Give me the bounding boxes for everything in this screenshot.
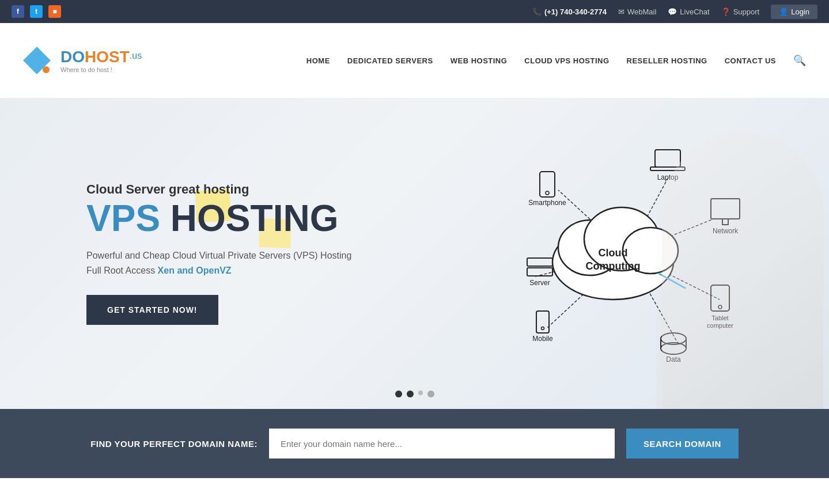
person-silhouette <box>662 132 823 409</box>
logo-do: DO <box>60 48 85 66</box>
facebook-icon[interactable]: f <box>12 5 24 18</box>
domain-input[interactable] <box>269 429 615 458</box>
hero-person <box>656 98 829 409</box>
phone-icon: 📞 <box>532 7 542 16</box>
chat-icon: 💬 <box>668 7 677 16</box>
search-icon[interactable]: 🔍 <box>793 54 806 67</box>
hero-section: Cloud Server great hosting VPS HOSTING P… <box>0 98 829 409</box>
phone-number: (+1) 740-340-2774 <box>544 7 607 16</box>
nav-cloudvps[interactable]: CLOUD VPS HOSTING <box>524 54 609 68</box>
search-domain-button[interactable]: SEARCH DOMAIN <box>626 429 739 458</box>
domain-label: FIND YOUR PERFECT DOMAIN NAME: <box>90 439 258 449</box>
svg-text:Server: Server <box>529 279 550 287</box>
svg-text:Smartphone: Smartphone <box>528 199 566 207</box>
hero-title: VPS HOSTING <box>86 200 351 237</box>
hero-desc-link[interactable]: Xen and OpenVZ <box>158 266 232 275</box>
logo-host: HOST <box>85 48 130 66</box>
logo-text-wrapper: DOHOST.us Where to do host ! <box>60 48 142 73</box>
hero-description: Powerful and Cheap Cloud Virtual Private… <box>86 248 351 278</box>
slide-dot-2[interactable] <box>407 391 414 397</box>
top-bar-right: 📞 (+1) 740-340-2774 ✉ WebMail 💬 LiveChat… <box>532 5 817 19</box>
svg-text:Mobile: Mobile <box>532 335 553 343</box>
svg-point-24 <box>546 191 549 195</box>
support-icon: ❓ <box>721 7 730 16</box>
slide-dot-3[interactable] <box>418 391 423 395</box>
header: DOHOST.us Where to do host ! HOME DEDICA… <box>0 23 829 98</box>
hero-vps: VPS <box>86 198 160 239</box>
nav-reseller[interactable]: RESELLER HOSTING <box>627 54 707 68</box>
webmail-icon: ✉ <box>618 7 624 16</box>
hero-desc-line2: Full Root Access <box>86 266 158 275</box>
get-started-button[interactable]: GET STARTED NOW! <box>86 295 218 325</box>
user-icon: 👤 <box>779 7 788 16</box>
svg-rect-27 <box>527 268 552 276</box>
svg-text:Computing: Computing <box>586 260 641 272</box>
nav-dedicated[interactable]: DEDICATED SERVERS <box>347 54 433 68</box>
hero-desc-line1: Powerful and Cheap Cloud Virtual Private… <box>86 251 351 260</box>
domain-section: FIND YOUR PERFECT DOMAIN NAME: SEARCH DO… <box>0 409 829 478</box>
twitter-icon[interactable]: t <box>30 5 43 18</box>
livechat-link[interactable]: 💬 LiveChat <box>668 7 709 16</box>
phone-link[interactable]: 📞 (+1) 740-340-2774 <box>532 7 607 16</box>
logo-tagline: Where to do host ! <box>60 66 112 73</box>
svg-text:Cloud: Cloud <box>599 247 628 259</box>
logo-icon <box>23 47 51 74</box>
hero-hosting: HOSTING <box>160 198 338 239</box>
svg-rect-26 <box>527 258 552 266</box>
main-nav: HOME DEDICATED SERVERS WEB HOSTING CLOUD… <box>150 54 806 68</box>
logo[interactable]: DOHOST.us Where to do host ! <box>23 47 150 74</box>
diamond-dot <box>43 66 50 73</box>
svg-point-30 <box>542 327 544 330</box>
nav-home[interactable]: HOME <box>306 54 330 68</box>
rss-icon[interactable]: ■ <box>48 5 61 18</box>
logo-name: DOHOST.us <box>60 48 142 66</box>
nav-contact[interactable]: CONTACT US <box>725 54 776 68</box>
nav-webhosting[interactable]: WEB HOSTING <box>451 54 508 68</box>
slide-dots <box>395 391 434 397</box>
slide-dot-1[interactable] <box>395 391 402 397</box>
support-link[interactable]: ❓ Support <box>721 7 760 16</box>
slide-dot-4[interactable] <box>427 391 434 397</box>
hero-content: Cloud Server great hosting VPS HOSTING P… <box>0 182 351 325</box>
logo-us: .us <box>130 51 142 60</box>
hero-diagram: Cloud Computing Laptop Network Tablet co… <box>426 98 829 409</box>
webmail-link[interactable]: ✉ WebMail <box>618 7 656 16</box>
top-bar: f t ■ 📞 (+1) 740-340-2774 ✉ WebMail 💬 Li… <box>0 0 829 23</box>
login-button[interactable]: 👤 Login <box>771 5 817 19</box>
hero-subtitle: Cloud Server great hosting <box>86 182 351 197</box>
social-links: f t ■ <box>12 5 61 18</box>
svg-rect-23 <box>540 172 555 197</box>
